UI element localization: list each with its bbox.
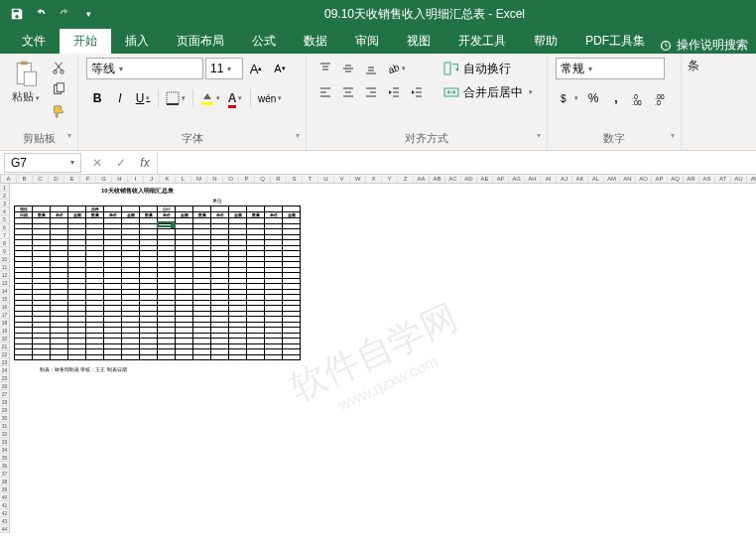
row-header[interactable]: 22 — [0, 350, 9, 358]
row-header[interactable]: 9 — [0, 247, 9, 255]
tab-review[interactable]: 审阅 — [341, 29, 393, 54]
column-header[interactable]: AD — [461, 175, 477, 183]
tab-pdf[interactable]: PDF工具集 — [571, 29, 659, 54]
align-top-button[interactable] — [315, 58, 336, 79]
column-header[interactable]: I — [128, 175, 144, 183]
column-header[interactable]: AF — [493, 175, 509, 183]
column-header[interactable]: AE — [477, 175, 493, 183]
paste-button[interactable]: 粘贴 — [8, 58, 44, 106]
row-header[interactable]: 34 — [0, 446, 9, 454]
row-header[interactable]: 6 — [0, 223, 9, 231]
table-cell[interactable] — [176, 354, 193, 360]
column-header[interactable]: C — [33, 175, 49, 183]
column-header[interactable]: V — [334, 175, 350, 183]
tab-data[interactable]: 数据 — [290, 29, 341, 54]
column-header[interactable]: J — [144, 175, 160, 183]
column-header[interactable]: AB — [430, 175, 445, 183]
table-cell[interactable] — [51, 354, 68, 360]
row-header[interactable]: 21 — [0, 342, 9, 350]
row-header[interactable]: 23 — [0, 358, 9, 366]
align-middle-button[interactable] — [337, 58, 359, 79]
column-header[interactable]: N — [207, 175, 223, 183]
fill-color-button[interactable] — [197, 87, 223, 109]
row-header[interactable]: 43 — [0, 517, 9, 525]
column-header[interactable]: O — [223, 175, 239, 183]
table-cell[interactable] — [283, 354, 301, 360]
row-header[interactable]: 31 — [0, 422, 9, 430]
decrease-indent-button[interactable] — [383, 81, 405, 103]
column-header[interactable]: AN — [620, 175, 636, 183]
column-header[interactable]: H — [112, 175, 128, 183]
column-header[interactable]: Y — [382, 175, 398, 183]
sheet-grid[interactable]: 10天收销售收入明细汇总表 单位 项目品种合计日期数量单价金额数量单价金额数量单… — [10, 184, 756, 547]
table-cell[interactable] — [211, 354, 229, 360]
column-header[interactable]: S — [287, 175, 303, 183]
row-header[interactable]: 5 — [0, 215, 9, 223]
row-header[interactable]: 18 — [0, 319, 9, 327]
tab-home[interactable]: 开始 — [60, 29, 111, 54]
tab-insert[interactable]: 插入 — [111, 29, 163, 54]
align-bottom-button[interactable] — [360, 58, 382, 79]
font-color-button[interactable]: A — [224, 87, 246, 109]
increase-decimal-button[interactable]: .0.00 — [628, 87, 650, 109]
column-header[interactable]: Q — [255, 175, 271, 183]
wrap-text-button[interactable]: 自动换行 — [438, 58, 539, 79]
column-header[interactable]: P — [239, 175, 255, 183]
column-header[interactable]: K — [160, 175, 176, 183]
row-header[interactable]: 7 — [0, 231, 9, 239]
merge-center-button[interactable]: 合并后居中 — [438, 81, 539, 103]
row-header[interactable]: 28 — [0, 398, 9, 406]
name-box[interactable]: G7 ▾ — [4, 153, 81, 173]
row-header[interactable]: 41 — [0, 501, 9, 509]
percent-button[interactable]: % — [582, 87, 604, 109]
tab-file[interactable]: 文件 — [8, 29, 60, 54]
italic-button[interactable]: I — [109, 87, 131, 109]
tab-view[interactable]: 视图 — [393, 29, 444, 54]
comma-button[interactable]: , — [605, 87, 627, 109]
row-header[interactable]: 42 — [0, 509, 9, 517]
accounting-format-button[interactable]: $ — [556, 87, 581, 109]
table-cell[interactable] — [193, 354, 211, 360]
table-cell[interactable] — [68, 354, 86, 360]
format-painter-button[interactable] — [48, 101, 69, 121]
column-header[interactable]: AQ — [668, 175, 684, 183]
column-header[interactable]: AJ — [557, 175, 572, 183]
table-cell[interactable] — [86, 354, 104, 360]
column-header[interactable]: Z — [398, 175, 414, 183]
row-header[interactable]: 44 — [0, 525, 9, 533]
cancel-formula-button[interactable]: ✕ — [85, 152, 109, 174]
row-header[interactable]: 26 — [0, 382, 9, 390]
column-header[interactable]: AA — [414, 175, 430, 183]
row-header[interactable]: 3 — [0, 200, 9, 207]
table-cell[interactable] — [265, 354, 283, 360]
column-header[interactable]: A — [1, 175, 17, 183]
table-cell[interactable] — [158, 354, 176, 360]
row-header[interactable]: 10 — [0, 255, 9, 263]
row-header[interactable]: 19 — [0, 327, 9, 335]
undo-button[interactable] — [30, 3, 52, 25]
phonetic-button[interactable]: wén — [255, 87, 285, 109]
column-header[interactable]: AK — [572, 175, 588, 183]
column-header[interactable]: M — [191, 175, 207, 183]
increase-font-button[interactable]: A▴ — [245, 58, 267, 79]
tab-page-layout[interactable]: 页面布局 — [163, 29, 238, 54]
column-header[interactable]: AU — [731, 175, 747, 183]
column-header[interactable]: AO — [636, 175, 652, 183]
row-header[interactable]: 17 — [0, 311, 9, 319]
table-cell[interactable] — [15, 354, 33, 360]
row-header[interactable]: 35 — [0, 454, 9, 462]
row-header[interactable]: 37 — [0, 470, 9, 478]
column-header[interactable]: AC — [445, 175, 461, 183]
column-header[interactable]: R — [271, 175, 287, 183]
decrease-decimal-button[interactable]: .00.0 — [651, 87, 673, 109]
column-header[interactable]: AH — [525, 175, 541, 183]
row-header[interactable]: 1 — [0, 184, 9, 192]
align-right-button[interactable] — [360, 81, 382, 103]
column-header[interactable]: U — [318, 175, 334, 183]
table-cell[interactable] — [247, 354, 265, 360]
insert-function-button[interactable]: fx — [133, 152, 157, 174]
column-header[interactable]: E — [64, 175, 80, 183]
column-header[interactable]: AS — [699, 175, 715, 183]
column-header[interactable]: AP — [652, 175, 668, 183]
row-header[interactable]: 15 — [0, 295, 9, 303]
